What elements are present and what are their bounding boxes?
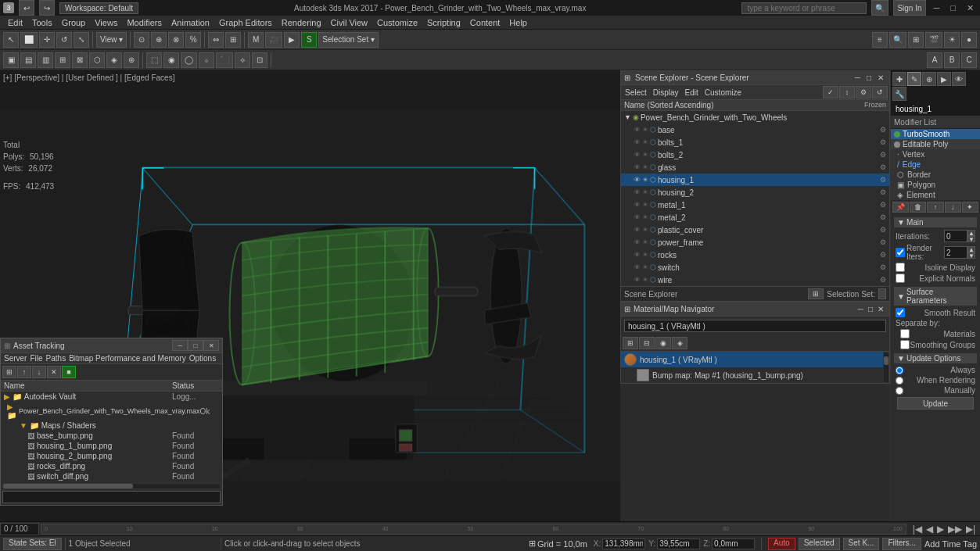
mn-btn4[interactable]: ◈ (672, 337, 687, 349)
angle-snap-btn[interactable]: ⊗ (168, 32, 184, 48)
rotate-btn[interactable]: ↺ (56, 32, 72, 48)
mp-update-btn[interactable]: Update (897, 397, 974, 410)
viewport-area[interactable]: [+] [Perspective] | [User Defined ] | [E… (0, 70, 620, 521)
at-menu-server[interactable]: Server (4, 354, 27, 363)
se-item-base[interactable]: 👁 ☀ ⬡ base ⚙ (621, 123, 889, 136)
reference-coord-dropdown[interactable]: View ▾ (96, 32, 127, 48)
search-input[interactable] (741, 2, 867, 14)
menu-animation[interactable]: Animation (167, 16, 214, 29)
tb2-geo5[interactable]: ⬛ (216, 52, 233, 68)
menu-modifiers[interactable]: Modifiers (122, 16, 167, 29)
coord-x-input[interactable] (602, 538, 645, 549)
mp-render-iters-checkbox[interactable] (896, 248, 905, 257)
minimize-btn[interactable]: ─ (931, 3, 943, 13)
mp-move-up-btn[interactable]: ↑ (927, 202, 943, 213)
select-object-btn[interactable]: ↖ (3, 32, 19, 48)
shader-btn[interactable]: ● (961, 32, 977, 48)
tb2-btn2[interactable]: ▤ (20, 52, 36, 68)
at-menu-options[interactable]: Options (189, 354, 216, 363)
tb2-geo3[interactable]: ◯ (181, 52, 197, 68)
select-btn2[interactable]: S (301, 32, 317, 48)
percent-snap-btn[interactable]: % (185, 32, 201, 48)
at-item-base-bump[interactable]: 🖼 base_bump.png Found (1, 431, 222, 441)
auto-key-btn[interactable]: Auto (768, 538, 795, 550)
se-item-metal1[interactable]: 👁 ☀ ⬡ metal_1 ⚙ (621, 199, 889, 211)
layer-mgr-btn[interactable]: ≡ (872, 32, 888, 48)
pivot-btn[interactable]: ⊙ (134, 32, 149, 48)
tb2-right2[interactable]: B (944, 52, 960, 68)
state-sets-btn[interactable]: State Sets: El (3, 538, 62, 550)
at-close-btn[interactable]: ✕ (203, 340, 219, 351)
tl-play-back-btn[interactable]: ◀ (924, 524, 935, 535)
se-maximize-btn[interactable]: □ (864, 73, 874, 83)
at-item-max-file[interactable]: ▶ 📁 Power_Bench_Grinder_with_Two_Wheels_… (1, 402, 222, 420)
tb2-btn7[interactable]: ◈ (106, 52, 122, 68)
tb2-geo1[interactable]: ⬚ (146, 52, 162, 68)
se-item-power-frame[interactable]: 👁 ☀ ⬡ power_frame ⚙ (621, 236, 889, 249)
mn-maximize-btn[interactable]: □ (866, 304, 875, 314)
tb2-btn5[interactable]: ⊠ (72, 52, 88, 68)
mp-section-title-update[interactable]: ▼ Update Options (894, 353, 977, 363)
mp-tab-hierarchy[interactable]: ⊕ (922, 72, 936, 86)
se-item-rocks[interactable]: 👁 ☀ ⬡ rocks ⚙ (621, 249, 889, 261)
se-item-plastic-cover[interactable]: 👁 ☀ ⬡ plastic_cover ⚙ (621, 224, 889, 236)
tb2-geo6[interactable]: ⟡ (235, 52, 250, 68)
at-btn3[interactable]: ↓ (32, 366, 46, 378)
render-type-btn[interactable]: 🎬 (925, 32, 942, 48)
mp-render-iters-input[interactable] (944, 246, 967, 259)
tb2-btn8[interactable]: ⊛ (124, 52, 139, 68)
set-key-btn[interactable]: Set K... (843, 538, 880, 550)
menu-scripting[interactable]: Scripting (422, 16, 465, 29)
menu-help[interactable]: Help (504, 16, 532, 29)
at-path-input[interactable] (2, 491, 221, 503)
redo-btn[interactable]: ↪ (39, 0, 55, 16)
at-item-switch-diff[interactable]: 🖼 switch_diff.png Found (1, 471, 222, 481)
mp-move-down-btn[interactable]: ↓ (945, 202, 961, 213)
mn-btn1[interactable]: ⊞ (623, 337, 638, 349)
tl-prev-frame-btn[interactable]: |◀ (911, 524, 924, 535)
at-scrollbar[interactable] (2, 483, 221, 489)
menu-rendering[interactable]: Rendering (277, 16, 326, 29)
coord-z-input[interactable] (712, 538, 755, 549)
se-sort-btn[interactable]: ↕ (839, 86, 855, 98)
active-shade-btn[interactable]: ☀ (944, 32, 960, 48)
mp-explicit-normals-checkbox[interactable] (896, 274, 905, 283)
at-menu-paths[interactable]: Paths (46, 354, 66, 363)
at-item-vault[interactable]: ▶ 📁 Autodesk Vault Logg... (1, 392, 222, 402)
se-menu-select[interactable]: Select (623, 88, 649, 98)
at-btn4[interactable]: ✕ (47, 366, 61, 378)
se-menu-display[interactable]: Display (651, 88, 681, 98)
search-btn[interactable]: 🔍 (871, 0, 888, 16)
render-btn[interactable]: ▶ (284, 32, 300, 48)
mp-make-unique-btn[interactable]: ✦ (962, 202, 978, 213)
sign-in-btn[interactable]: Sign In (893, 0, 925, 16)
se-selection-set-dropdown[interactable] (878, 288, 886, 299)
mp-tab-modify[interactable]: ✎ (907, 72, 921, 86)
workspace-dropdown[interactable]: Workspace: Default (59, 2, 138, 14)
se-menu-edit[interactable]: Edit (683, 88, 701, 98)
mp-section-title-turbosmooth[interactable]: ▼ Main (894, 217, 977, 227)
render-setup-btn[interactable]: 🎥 (265, 32, 282, 48)
maximize-btn[interactable]: □ (947, 3, 959, 13)
filters-btn[interactable]: Filters... (882, 538, 921, 550)
mn-item-bump-map[interactable]: Bump map: Map #1 (housing_1_bump.png) (621, 367, 883, 383)
menu-civil-view[interactable]: Civil View (326, 16, 372, 29)
viewport-layout-btn[interactable]: ⊞ (908, 32, 924, 48)
mp-isoline-checkbox[interactable] (896, 263, 905, 272)
selected-mode-btn[interactable]: Selected (799, 538, 840, 550)
tl-play-fwd-btn[interactable]: ▶▶ (946, 524, 964, 535)
se-minimize-btn[interactable]: ─ (853, 73, 863, 83)
snap-toggle-btn[interactable]: ⊕ (151, 32, 167, 48)
at-item-housing2-bump[interactable]: 🖼 housing_2_bump.png Found (1, 451, 222, 461)
mp-sub-edge[interactable]: / Edge (891, 159, 980, 170)
material-editor-btn[interactable]: M (248, 32, 264, 48)
selection-set-dropdown[interactable]: Selection Set ▾ (318, 32, 379, 48)
tb2-btn1[interactable]: ▣ (3, 52, 19, 68)
at-btn1[interactable]: ⊞ (2, 366, 16, 378)
move-btn[interactable]: ✛ (39, 32, 55, 48)
se-item-housing2[interactable]: 👁 ☀ ⬡ housing_2 ⚙ (621, 186, 889, 199)
mp-object-name[interactable] (891, 102, 980, 116)
mp-name-input[interactable] (894, 104, 977, 114)
at-btn2[interactable]: ↑ (17, 366, 31, 378)
at-minimize-btn[interactable]: ─ (172, 340, 188, 351)
